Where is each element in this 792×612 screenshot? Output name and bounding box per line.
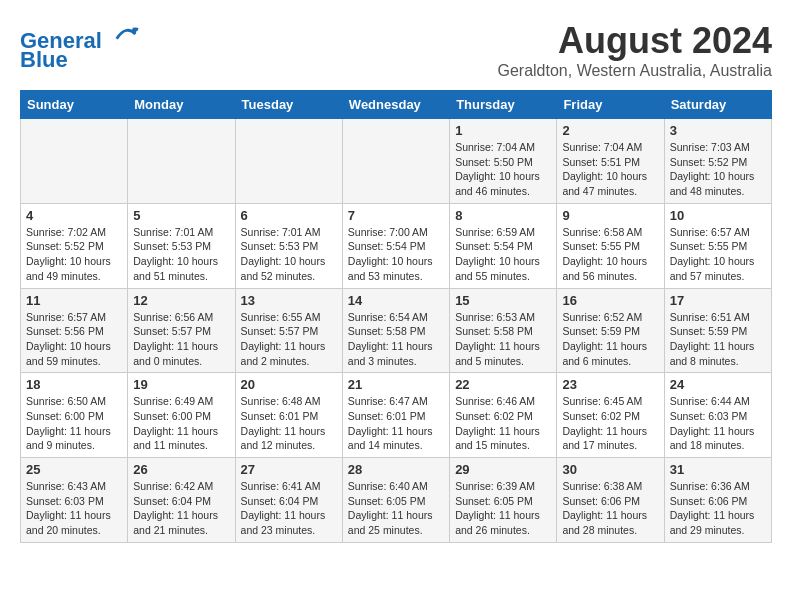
day-info: Sunrise: 6:50 AM Sunset: 6:00 PM Dayligh… [26, 394, 122, 453]
day-header-thursday: Thursday [450, 91, 557, 119]
day-number: 3 [670, 123, 766, 138]
calendar-cell: 12Sunrise: 6:56 AM Sunset: 5:57 PM Dayli… [128, 288, 235, 373]
day-number: 19 [133, 377, 229, 392]
calendar-cell: 15Sunrise: 6:53 AM Sunset: 5:58 PM Dayli… [450, 288, 557, 373]
day-number: 24 [670, 377, 766, 392]
day-info: Sunrise: 6:53 AM Sunset: 5:58 PM Dayligh… [455, 310, 551, 369]
day-info: Sunrise: 6:47 AM Sunset: 6:01 PM Dayligh… [348, 394, 444, 453]
calendar-week-3: 11Sunrise: 6:57 AM Sunset: 5:56 PM Dayli… [21, 288, 772, 373]
day-info: Sunrise: 6:54 AM Sunset: 5:58 PM Dayligh… [348, 310, 444, 369]
day-number: 5 [133, 208, 229, 223]
day-header-friday: Friday [557, 91, 664, 119]
calendar-cell: 29Sunrise: 6:39 AM Sunset: 6:05 PM Dayli… [450, 458, 557, 543]
day-number: 13 [241, 293, 337, 308]
day-header-saturday: Saturday [664, 91, 771, 119]
calendar-cell: 6Sunrise: 7:01 AM Sunset: 5:53 PM Daylig… [235, 203, 342, 288]
day-number: 20 [241, 377, 337, 392]
calendar-week-4: 18Sunrise: 6:50 AM Sunset: 6:00 PM Dayli… [21, 373, 772, 458]
calendar-cell: 4Sunrise: 7:02 AM Sunset: 5:52 PM Daylig… [21, 203, 128, 288]
calendar-cell: 20Sunrise: 6:48 AM Sunset: 6:01 PM Dayli… [235, 373, 342, 458]
day-number: 9 [562, 208, 658, 223]
day-info: Sunrise: 6:41 AM Sunset: 6:04 PM Dayligh… [241, 479, 337, 538]
day-info: Sunrise: 6:39 AM Sunset: 6:05 PM Dayligh… [455, 479, 551, 538]
logo-icon [112, 20, 140, 48]
calendar-cell: 30Sunrise: 6:38 AM Sunset: 6:06 PM Dayli… [557, 458, 664, 543]
calendar-cell: 5Sunrise: 7:01 AM Sunset: 5:53 PM Daylig… [128, 203, 235, 288]
day-info: Sunrise: 7:01 AM Sunset: 5:53 PM Dayligh… [241, 225, 337, 284]
calendar-cell: 17Sunrise: 6:51 AM Sunset: 5:59 PM Dayli… [664, 288, 771, 373]
calendar-table: SundayMondayTuesdayWednesdayThursdayFrid… [20, 90, 772, 543]
calendar-cell: 9Sunrise: 6:58 AM Sunset: 5:55 PM Daylig… [557, 203, 664, 288]
day-header-sunday: Sunday [21, 91, 128, 119]
day-number: 10 [670, 208, 766, 223]
day-number: 7 [348, 208, 444, 223]
calendar-cell: 2Sunrise: 7:04 AM Sunset: 5:51 PM Daylig… [557, 119, 664, 204]
day-number: 26 [133, 462, 229, 477]
day-info: Sunrise: 6:59 AM Sunset: 5:54 PM Dayligh… [455, 225, 551, 284]
calendar-cell: 27Sunrise: 6:41 AM Sunset: 6:04 PM Dayli… [235, 458, 342, 543]
calendar-cell: 8Sunrise: 6:59 AM Sunset: 5:54 PM Daylig… [450, 203, 557, 288]
day-number: 22 [455, 377, 551, 392]
day-info: Sunrise: 6:51 AM Sunset: 5:59 PM Dayligh… [670, 310, 766, 369]
calendar-cell: 22Sunrise: 6:46 AM Sunset: 6:02 PM Dayli… [450, 373, 557, 458]
day-info: Sunrise: 6:38 AM Sunset: 6:06 PM Dayligh… [562, 479, 658, 538]
day-info: Sunrise: 7:04 AM Sunset: 5:50 PM Dayligh… [455, 140, 551, 199]
day-number: 29 [455, 462, 551, 477]
calendar-cell: 24Sunrise: 6:44 AM Sunset: 6:03 PM Dayli… [664, 373, 771, 458]
day-number: 4 [26, 208, 122, 223]
day-number: 18 [26, 377, 122, 392]
day-info: Sunrise: 6:43 AM Sunset: 6:03 PM Dayligh… [26, 479, 122, 538]
day-number: 8 [455, 208, 551, 223]
calendar-cell: 31Sunrise: 6:36 AM Sunset: 6:06 PM Dayli… [664, 458, 771, 543]
day-info: Sunrise: 6:44 AM Sunset: 6:03 PM Dayligh… [670, 394, 766, 453]
day-info: Sunrise: 6:45 AM Sunset: 6:02 PM Dayligh… [562, 394, 658, 453]
calendar-cell: 19Sunrise: 6:49 AM Sunset: 6:00 PM Dayli… [128, 373, 235, 458]
day-number: 16 [562, 293, 658, 308]
day-info: Sunrise: 6:52 AM Sunset: 5:59 PM Dayligh… [562, 310, 658, 369]
day-number: 30 [562, 462, 658, 477]
day-number: 17 [670, 293, 766, 308]
calendar-week-1: 1Sunrise: 7:04 AM Sunset: 5:50 PM Daylig… [21, 119, 772, 204]
calendar-cell [21, 119, 128, 204]
calendar-cell: 23Sunrise: 6:45 AM Sunset: 6:02 PM Dayli… [557, 373, 664, 458]
day-info: Sunrise: 6:40 AM Sunset: 6:05 PM Dayligh… [348, 479, 444, 538]
day-info: Sunrise: 6:58 AM Sunset: 5:55 PM Dayligh… [562, 225, 658, 284]
month-title: August 2024 [497, 20, 772, 62]
location-subtitle: Geraldton, Western Australia, Australia [497, 62, 772, 80]
day-number: 15 [455, 293, 551, 308]
day-number: 14 [348, 293, 444, 308]
calendar-cell [235, 119, 342, 204]
day-info: Sunrise: 6:55 AM Sunset: 5:57 PM Dayligh… [241, 310, 337, 369]
calendar-cell: 21Sunrise: 6:47 AM Sunset: 6:01 PM Dayli… [342, 373, 449, 458]
day-info: Sunrise: 6:42 AM Sunset: 6:04 PM Dayligh… [133, 479, 229, 538]
calendar-week-2: 4Sunrise: 7:02 AM Sunset: 5:52 PM Daylig… [21, 203, 772, 288]
day-info: Sunrise: 6:46 AM Sunset: 6:02 PM Dayligh… [455, 394, 551, 453]
day-number: 1 [455, 123, 551, 138]
calendar-cell: 13Sunrise: 6:55 AM Sunset: 5:57 PM Dayli… [235, 288, 342, 373]
day-number: 2 [562, 123, 658, 138]
day-info: Sunrise: 6:57 AM Sunset: 5:56 PM Dayligh… [26, 310, 122, 369]
calendar-cell: 3Sunrise: 7:03 AM Sunset: 5:52 PM Daylig… [664, 119, 771, 204]
calendar-cell: 18Sunrise: 6:50 AM Sunset: 6:00 PM Dayli… [21, 373, 128, 458]
day-header-wednesday: Wednesday [342, 91, 449, 119]
calendar-cell: 10Sunrise: 6:57 AM Sunset: 5:55 PM Dayli… [664, 203, 771, 288]
calendar-cell: 16Sunrise: 6:52 AM Sunset: 5:59 PM Dayli… [557, 288, 664, 373]
day-info: Sunrise: 6:49 AM Sunset: 6:00 PM Dayligh… [133, 394, 229, 453]
day-number: 25 [26, 462, 122, 477]
calendar-cell: 1Sunrise: 7:04 AM Sunset: 5:50 PM Daylig… [450, 119, 557, 204]
day-number: 28 [348, 462, 444, 477]
title-block: August 2024 Geraldton, Western Australia… [497, 20, 772, 80]
calendar-week-5: 25Sunrise: 6:43 AM Sunset: 6:03 PM Dayli… [21, 458, 772, 543]
day-info: Sunrise: 6:48 AM Sunset: 6:01 PM Dayligh… [241, 394, 337, 453]
day-number: 6 [241, 208, 337, 223]
day-number: 21 [348, 377, 444, 392]
calendar-cell: 11Sunrise: 6:57 AM Sunset: 5:56 PM Dayli… [21, 288, 128, 373]
calendar-cell: 14Sunrise: 6:54 AM Sunset: 5:58 PM Dayli… [342, 288, 449, 373]
day-header-tuesday: Tuesday [235, 91, 342, 119]
day-info: Sunrise: 7:01 AM Sunset: 5:53 PM Dayligh… [133, 225, 229, 284]
day-number: 23 [562, 377, 658, 392]
day-info: Sunrise: 6:36 AM Sunset: 6:06 PM Dayligh… [670, 479, 766, 538]
day-number: 31 [670, 462, 766, 477]
calendar-cell: 25Sunrise: 6:43 AM Sunset: 6:03 PM Dayli… [21, 458, 128, 543]
day-number: 12 [133, 293, 229, 308]
